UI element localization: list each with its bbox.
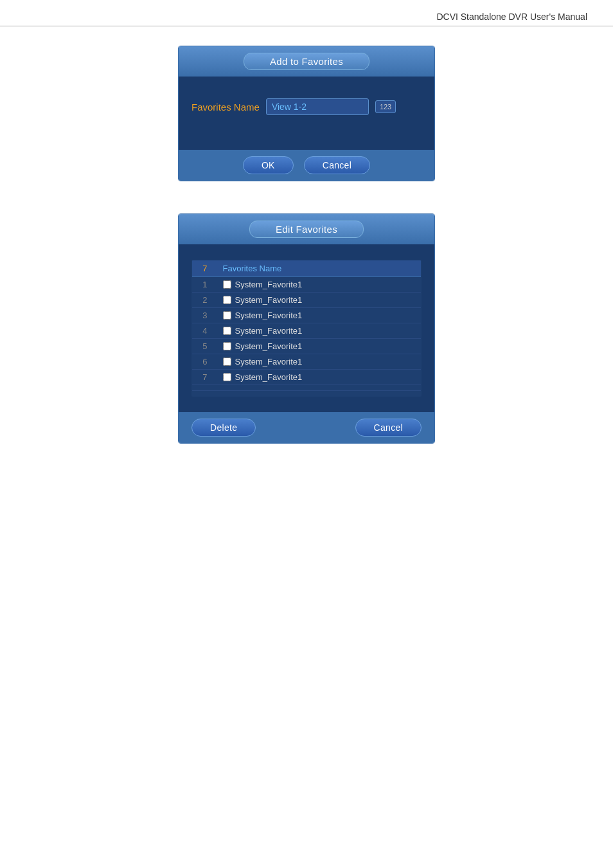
favorites-name-input[interactable] bbox=[266, 98, 369, 115]
table-empty-row bbox=[192, 385, 422, 391]
table-header-row: 7 Favorites Name bbox=[192, 260, 422, 277]
table-row: 7System_Favorite1 bbox=[192, 370, 422, 385]
page-header: DCVI Standalone DVR User's Manual bbox=[0, 0, 613, 26]
row-checkbox[interactable] bbox=[223, 280, 231, 289]
row-name-text: System_Favorite1 bbox=[235, 357, 303, 366]
row-name: System_Favorite1 bbox=[218, 293, 422, 308]
add-favorites-footer: OK Cancel bbox=[179, 150, 434, 181]
row-number: 6 bbox=[192, 354, 218, 370]
favorites-table: 7 Favorites Name 1System_Favorite12Syste… bbox=[191, 260, 422, 397]
row-name-text: System_Favorite1 bbox=[235, 372, 303, 382]
table-row: 5System_Favorite1 bbox=[192, 339, 422, 354]
page-title: DCVI Standalone DVR User's Manual bbox=[436, 12, 587, 22]
favorites-name-label: Favorites Name bbox=[191, 102, 260, 113]
row-name-text: System_Favorite1 bbox=[235, 311, 303, 320]
cancel-button[interactable]: Cancel bbox=[304, 156, 370, 174]
row-name: System_Favorite1 bbox=[218, 339, 422, 354]
row-number: 7 bbox=[192, 370, 218, 385]
row-checkbox[interactable] bbox=[223, 327, 231, 335]
row-name: System_Favorite1 bbox=[218, 277, 422, 293]
favorites-name-row: Favorites Name 123 bbox=[191, 98, 422, 115]
keyboard-icon[interactable]: 123 bbox=[375, 100, 396, 113]
edit-favorites-title-bar: Edit Favorites bbox=[179, 214, 434, 244]
row-name: System_Favorite1 bbox=[218, 308, 422, 323]
edit-favorites-title: Edit Favorites bbox=[249, 221, 364, 238]
table-row: 1System_Favorite1 bbox=[192, 277, 422, 293]
row-name-text: System_Favorite1 bbox=[235, 326, 303, 336]
row-checkbox[interactable] bbox=[223, 357, 231, 366]
row-name-text: System_Favorite1 bbox=[235, 341, 303, 351]
row-name: System_Favorite1 bbox=[218, 354, 422, 370]
table-empty-row bbox=[192, 391, 422, 397]
cancel-button-edit[interactable]: Cancel bbox=[355, 419, 422, 437]
add-favorites-body: Favorites Name 123 bbox=[179, 77, 434, 150]
table-row: 3System_Favorite1 bbox=[192, 308, 422, 323]
edit-favorites-dialog: Edit Favorites 7 Favorites Name 1System_… bbox=[178, 213, 435, 444]
row-number: 3 bbox=[192, 308, 218, 323]
row-checkbox[interactable] bbox=[223, 296, 231, 304]
table-header-num: 7 bbox=[192, 260, 218, 277]
row-number: 4 bbox=[192, 323, 218, 339]
ok-button[interactable]: OK bbox=[243, 156, 294, 174]
row-number: 1 bbox=[192, 277, 218, 293]
table-row: 4System_Favorite1 bbox=[192, 323, 422, 339]
add-favorites-dialog: Add to Favorites Favorites Name 123 OK C… bbox=[178, 46, 435, 181]
delete-button[interactable]: Delete bbox=[191, 419, 256, 437]
row-number: 5 bbox=[192, 339, 218, 354]
table-header-name: Favorites Name bbox=[218, 260, 422, 277]
edit-favorites-body: 7 Favorites Name 1System_Favorite12Syste… bbox=[179, 244, 434, 412]
row-checkbox[interactable] bbox=[223, 311, 231, 320]
row-checkbox[interactable] bbox=[223, 342, 231, 350]
row-name: System_Favorite1 bbox=[218, 323, 422, 339]
table-row: 2System_Favorite1 bbox=[192, 293, 422, 308]
edit-favorites-footer: Delete Cancel bbox=[179, 412, 434, 443]
row-name-text: System_Favorite1 bbox=[235, 280, 303, 289]
row-number: 2 bbox=[192, 293, 218, 308]
add-favorites-title-bar: Add to Favorites bbox=[179, 46, 434, 77]
row-name-text: System_Favorite1 bbox=[235, 295, 303, 305]
add-favorites-title: Add to Favorites bbox=[244, 53, 369, 70]
row-name: System_Favorite1 bbox=[218, 370, 422, 385]
table-row: 6System_Favorite1 bbox=[192, 354, 422, 370]
row-checkbox[interactable] bbox=[223, 373, 231, 381]
